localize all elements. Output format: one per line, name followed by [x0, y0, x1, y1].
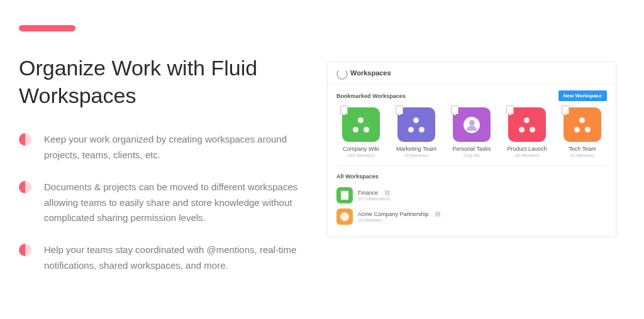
document-icon [341, 191, 348, 200]
workspace-card[interactable]: Company Wiki 180 Members [336, 107, 386, 158]
panel-header: Workspaces [328, 62, 616, 84]
cluster-icon [353, 117, 369, 132]
workspaces-icon [336, 68, 345, 77]
feature-bullet: Keep your work organized by creating wor… [19, 132, 311, 163]
workspace-card-icon [453, 107, 491, 142]
cluster-icon [408, 117, 425, 132]
bookmark-ribbon-icon [451, 105, 458, 114]
workspace-list-title: Acme Company Partnership [358, 211, 429, 217]
page-heading: Organize Work with Fluid Workspaces [19, 54, 311, 109]
bookmark-ribbon-icon [340, 105, 348, 114]
workspace-card[interactable]: Marketing Team 18 Members [392, 107, 441, 158]
avatar-icon [464, 117, 480, 133]
bookmarked-cards-row: Company Wiki 180 Members Marketing Team … [336, 107, 607, 166]
workspace-list-icon [336, 187, 353, 203]
new-workspace-button[interactable]: New Workspace [558, 90, 607, 101]
workspace-card-icon [397, 107, 435, 142]
bullet-icon [19, 133, 31, 146]
workspace-card-title: Marketing Team [392, 146, 441, 152]
workspace-card[interactable]: Personal Tasks Only Me [447, 107, 496, 158]
bullet-text: Keep your work organized by creating wor… [44, 132, 311, 163]
workspace-card-sub: 20 Members [558, 153, 607, 158]
panel-title: Workspaces [350, 69, 391, 77]
bullet-text: Documents & projects can be moved to dif… [44, 180, 311, 226]
bookmark-ribbon-icon [396, 105, 403, 114]
bullet-text: Help your teams stay coordinated with @m… [44, 242, 311, 274]
bookmark-ribbon-icon [506, 105, 514, 114]
feature-bullet: Documents & projects can be moved to dif… [19, 180, 311, 226]
bookmarked-heading: Bookmarked Workspaces [336, 93, 406, 99]
workspaces-panel: Workspaces Bookmarked Workspaces New Wor… [327, 62, 616, 237]
workspace-list-sub: 18 Collaborators [358, 197, 390, 201]
workspace-card-title: Product Launch [502, 146, 552, 152]
workspace-card-sub: 30 Members [502, 153, 552, 158]
accent-bar [19, 25, 75, 31]
workspace-card[interactable]: Tech Team 20 Members [558, 107, 607, 158]
workspace-list-sub: 18 Members [358, 218, 440, 222]
workspace-card-title: Company Wiki [336, 146, 386, 152]
cluster-icon [519, 117, 535, 132]
bookmark-flag-icon[interactable] [435, 212, 440, 218]
workspace-card-title: Personal Tasks [447, 146, 496, 152]
workspace-list-icon [336, 208, 353, 225]
bookmark-flag-icon[interactable] [385, 190, 390, 197]
workspace-card-sub: Only Me [447, 153, 496, 158]
workspace-list-item[interactable]: Acme Company Partnership 18 Members [336, 206, 607, 227]
workspace-list-title: Finance [358, 190, 378, 196]
bullet-icon [19, 244, 31, 256]
workspace-list-item[interactable]: Finance 18 Collaborators [336, 185, 607, 206]
bullet-icon [19, 181, 31, 193]
bookmark-ribbon-icon [562, 105, 569, 114]
workspace-card-icon [564, 107, 601, 142]
circle-icon [340, 212, 349, 221]
workspace-card-title: Tech Team [558, 146, 607, 152]
feature-bullets: Keep your work organized by creating wor… [19, 132, 311, 273]
workspace-card-sub: 18 Members [392, 153, 441, 158]
workspace-card-icon [342, 107, 380, 142]
cluster-icon [574, 117, 591, 132]
workspace-card-sub: 180 Members [336, 153, 386, 158]
feature-bullet: Help your teams stay coordinated with @m… [19, 242, 311, 274]
workspace-card[interactable]: Product Launch 30 Members [502, 107, 552, 158]
all-workspaces-heading: All Workspaces [336, 173, 607, 180]
workspace-card-icon [508, 107, 546, 142]
